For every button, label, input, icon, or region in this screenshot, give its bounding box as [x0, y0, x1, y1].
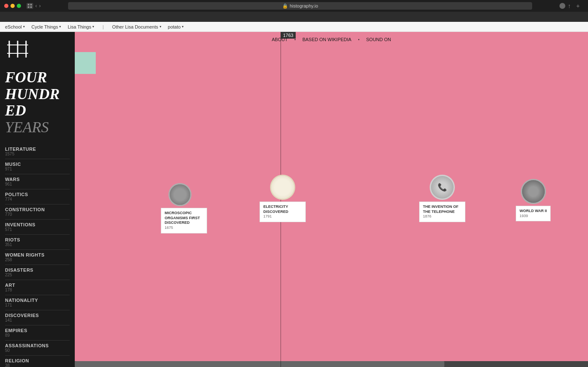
tab-bar: ‹ › 🔒 histography.io ↑ + — [0, 0, 588, 12]
bookmark-label: potato — [168, 24, 181, 29]
category-count: 258 — [5, 257, 70, 262]
nav-sound[interactable]: SOUND ON — [366, 37, 391, 42]
category-religion[interactable]: RELIGION 38 — [5, 356, 70, 367]
category-count: 1575 — [5, 152, 70, 156]
bookmark-potato[interactable]: potato ▾ — [168, 24, 184, 29]
category-riots[interactable]: RIOTS 351 — [5, 235, 70, 250]
category-assassinations[interactable]: ASSASSINATIONS 50 — [5, 341, 70, 356]
share-icon[interactable]: ↑ — [568, 3, 574, 9]
title-line-3: ED — [5, 102, 70, 119]
add-tab-icon[interactable]: + — [576, 3, 582, 9]
category-literature[interactable]: LITERATURE 1575 — [5, 144, 70, 159]
category-empires[interactable]: EMPIRES 89 — [5, 325, 70, 341]
category-name: EMPIRES — [5, 328, 70, 333]
category-count: 351 — [5, 242, 70, 247]
close-button[interactable] — [4, 4, 8, 8]
category-count: 171 — [5, 303, 70, 307]
event-wwii[interactable]: WORLD WAR II 1939 — [516, 179, 551, 221]
event-year: 1939 — [520, 214, 547, 219]
bookmarks-bar: eSchool ▾ Cycle Things ▾ Lisa Things ▾ |… — [0, 22, 588, 32]
category-music[interactable]: MUSIC 971 — [5, 159, 70, 174]
chevron-down-icon: ▾ — [182, 25, 184, 29]
url-text: histography.io — [290, 3, 318, 8]
svg-rect-1 — [30, 4, 32, 5]
event-card-wwii: WORLD WAR II 1939 — [516, 206, 551, 221]
category-list: LITERATURE 1575 MUSIC 971 WARS 961 POLIT… — [5, 144, 70, 367]
maximize-button[interactable] — [17, 4, 21, 8]
main-content[interactable]: 1763 ABOUT ♦ BASED ON WIKIPEDIA ♦ SOUND … — [75, 32, 588, 367]
address-bar[interactable]: 🔒 histography.io — [68, 2, 532, 10]
event-card-microscopic: MICROSCOPIC ORGANISMS FIRST DISCOVERED 1… — [161, 208, 207, 233]
separator: | — [102, 24, 104, 29]
category-name: DISASTERS — [5, 267, 70, 273]
category-count: 89 — [5, 333, 70, 338]
event-telephone[interactable]: 📞 THE INVENTION OF THE TELEPHONE 1876 — [419, 175, 465, 222]
title-line-1: FOUR — [5, 69, 70, 86]
lock-icon: 🔒 — [282, 3, 288, 9]
title-line-2: HUNDR — [5, 86, 70, 103]
histogram-canvas — [75, 32, 588, 367]
event-year: 1791 — [263, 214, 302, 219]
grid-icon[interactable] — [26, 3, 33, 9]
bookmark-other-lisa[interactable]: Other Lisa Documents ▾ — [112, 24, 161, 29]
bookmark-label: Lisa Things — [68, 24, 91, 29]
app-container: FOUR HUNDR ED YEARS LITERATURE 1575 MUSI… — [0, 32, 588, 367]
back-button[interactable]: ‹ — [35, 3, 37, 9]
chevron-down-icon: ▾ — [59, 25, 61, 29]
nav-about[interactable]: ABOUT — [272, 37, 288, 42]
category-name: RELIGION — [5, 358, 70, 363]
category-name: LITERATURE — [5, 147, 70, 152]
svg-rect-2 — [28, 6, 29, 8]
category-name: NATIONALITY — [5, 298, 70, 303]
sidebar-logo — [5, 39, 70, 63]
bookmark-eschool[interactable]: eSchool ▾ — [5, 24, 25, 29]
event-year: 1675 — [165, 225, 203, 231]
category-art[interactable]: ART 178 — [5, 280, 70, 295]
category-women-rights[interactable]: WOMEN RIGHTS 258 — [5, 250, 70, 265]
category-count: 770 — [5, 212, 70, 217]
scrollbar-thumb[interactable] — [75, 361, 444, 367]
category-name: RIOTS — [5, 237, 70, 242]
event-microscopic[interactable]: MICROSCOPIC ORGANISMS FIRST DISCOVERED 1… — [165, 183, 211, 233]
app-title: FOUR HUNDR ED YEARS — [5, 69, 70, 136]
nav-overlay: ABOUT ♦ BASED ON WIKIPEDIA ♦ SOUND ON — [272, 37, 391, 42]
category-name: DISCOVERIES — [5, 313, 70, 318]
category-name: ASSASSINATIONS — [5, 343, 70, 348]
event-electricity[interactable]: ELECTRICITY DISCOVERED 1791 — [260, 175, 306, 222]
profile-icon[interactable] — [559, 3, 565, 9]
category-count: 971 — [5, 167, 70, 171]
event-title: WORLD WAR II — [520, 209, 547, 214]
event-circle-electricity — [270, 175, 295, 200]
event-circle-microscopic — [168, 183, 192, 206]
category-name: INVENTIONS — [5, 222, 70, 227]
category-inventions[interactable]: INVENTIONS 571 — [5, 220, 70, 235]
title-line-4: YEARS — [5, 119, 70, 136]
sidebar: FOUR HUNDR ED YEARS LITERATURE 1575 MUSI… — [0, 32, 75, 367]
event-card-electricity: ELECTRICITY DISCOVERED 1791 — [260, 202, 306, 222]
svg-rect-3 — [30, 6, 32, 8]
svg-rect-0 — [28, 4, 29, 5]
nav-wikipedia[interactable]: BASED ON WIKIPEDIA — [302, 37, 352, 42]
category-name: MUSIC — [5, 162, 70, 167]
category-name: POLITICS — [5, 192, 70, 197]
category-count: 774 — [5, 197, 70, 202]
browser-chrome: ‹ › 🔒 histography.io ↑ + — [0, 0, 588, 22]
category-disasters[interactable]: DISASTERS 225 — [5, 265, 70, 280]
scrollbar-track[interactable] — [75, 361, 588, 367]
traffic-lights[interactable] — [4, 4, 21, 8]
category-construction[interactable]: CONSTRUCTION 770 — [5, 204, 70, 220]
forward-button[interactable]: › — [39, 3, 41, 9]
minimize-button[interactable] — [10, 4, 15, 8]
category-discoveries[interactable]: DISCOVERIES 141 — [5, 310, 70, 325]
category-count: 961 — [5, 182, 70, 186]
category-politics[interactable]: POLITICS 774 — [5, 189, 70, 204]
category-wars[interactable]: WARS 961 — [5, 174, 70, 189]
category-count: 141 — [5, 318, 70, 322]
category-count: 38 — [5, 363, 70, 367]
event-title: ELECTRICITY DISCOVERED — [263, 204, 302, 214]
event-circle-wwii — [521, 179, 546, 204]
bookmark-lisa-things[interactable]: Lisa Things ▾ — [68, 24, 94, 29]
bookmark-label: Other Lisa Documents — [112, 24, 158, 29]
bookmark-cycle-things[interactable]: Cycle Things ▾ — [32, 24, 61, 29]
category-nationality[interactable]: NATIONALITY 171 — [5, 295, 70, 310]
